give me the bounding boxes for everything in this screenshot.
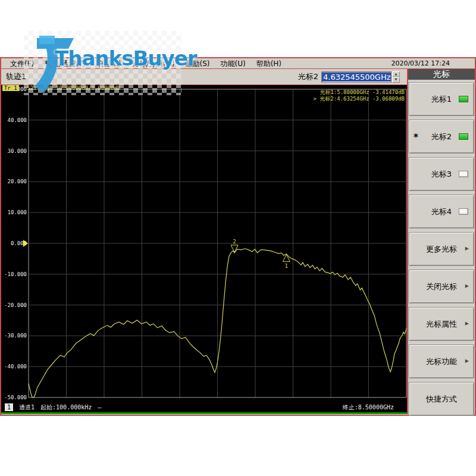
svg-text:30.000: 30.000 bbox=[7, 148, 27, 154]
submenu-arrow-icon: ▶ bbox=[465, 321, 469, 326]
active-marker-star: * bbox=[414, 132, 418, 143]
softkey-光标2[interactable]: *光标2 bbox=[409, 120, 474, 154]
trace-params: S21 LogM 10.00000dB/0.00000dB bbox=[27, 85, 120, 91]
screenshot-page: 文件(F)轨迹/通道(T)响应(R)光标/分析(M)激励(S)功能(U)帮助(H… bbox=[0, 0, 476, 476]
marker-softkey-panel: 光标 光标1*光标2光标3光标4更多光标▶关闭光标▶光标属性▶光标功能▶快捷方式 bbox=[407, 69, 475, 414]
svg-text:10.000: 10.000 bbox=[7, 209, 27, 215]
frequency-spinner: ▲ ▼ bbox=[392, 71, 400, 83]
svg-text:2: 2 bbox=[233, 239, 236, 245]
submenu-arrow-icon: ▶ bbox=[465, 246, 469, 251]
menu-item[interactable]: 响应(R) bbox=[91, 58, 127, 69]
softkey-快捷方式[interactable]: 快捷方式 bbox=[409, 382, 474, 416]
led-on-icon bbox=[459, 133, 468, 140]
softkey-label: 光标1 bbox=[431, 94, 452, 105]
softkey-光标1[interactable]: 光标1 bbox=[409, 82, 474, 116]
softkey-label: 快捷方式 bbox=[426, 394, 457, 405]
softkey-label: 更多光标 bbox=[426, 244, 457, 255]
svg-text:-40.000: -40.000 bbox=[4, 364, 27, 369]
svg-text:-50.000: -50.000 bbox=[4, 394, 27, 400]
softkey-panel-title: 光标 bbox=[408, 69, 475, 80]
softkey-光标功能[interactable]: 光标功能▶ bbox=[409, 345, 474, 378]
marker-readout-line: > 光标2:4.63254GHz -3.06809dB bbox=[314, 96, 405, 102]
softkey-光标3[interactable]: 光标3 bbox=[409, 157, 474, 191]
menu-item[interactable]: 光标/分析(M) bbox=[127, 58, 180, 69]
svg-text:20.000: 20.000 bbox=[7, 178, 27, 184]
plot-area: Tr 1 S21 LogM 10.00000dB/0.00000dB 50.00… bbox=[1, 85, 407, 414]
svg-text:-10.000: -10.000 bbox=[4, 271, 27, 277]
sweep-dash: — bbox=[98, 404, 101, 411]
spinner-up-icon[interactable]: ▲ bbox=[392, 71, 400, 77]
marker-frequency-input[interactable]: 4.632545500GHz bbox=[321, 71, 392, 83]
svg-text:40.000: 40.000 bbox=[7, 117, 27, 123]
softkey-label: 光标功能 bbox=[426, 356, 457, 367]
menu-bar: 文件(F)轨迹/通道(T)响应(R)光标/分析(M)激励(S)功能(U)帮助(H… bbox=[1, 58, 475, 69]
trace-selector[interactable]: 轨迹1 bbox=[6, 71, 26, 82]
trace-header: Tr 1 S21 LogM 10.00000dB/0.00000dB bbox=[2, 85, 120, 91]
svg-text:1: 1 bbox=[285, 263, 288, 269]
menu-item[interactable]: 激励(S) bbox=[180, 58, 215, 69]
trace-badge[interactable]: Tr 1 bbox=[2, 85, 19, 91]
submenu-arrow-icon: ▶ bbox=[465, 358, 469, 364]
led-off-icon bbox=[459, 171, 468, 177]
menu-item[interactable]: 轨迹/通道(T) bbox=[39, 58, 91, 69]
marker-readout-line: 光标1:5.80000GHz -3.41470dB bbox=[314, 89, 405, 96]
softkey-更多光标[interactable]: 更多光标▶ bbox=[409, 232, 474, 266]
softkey-光标属性[interactable]: 光标属性▶ bbox=[409, 307, 474, 341]
menu-item[interactable]: 功能(U) bbox=[215, 58, 250, 69]
led-off-icon bbox=[459, 208, 468, 215]
softkey-label: 光标4 bbox=[431, 206, 452, 217]
datetime-label: 2020/03/12 17:24 bbox=[391, 58, 450, 69]
sweep-progress-line bbox=[1, 412, 407, 414]
softkey-label: 光标属性 bbox=[426, 319, 457, 330]
submenu-arrow-icon: ▶ bbox=[465, 283, 469, 289]
s21-trace-chart: 50.00040.00030.00020.00010.0000.000-10.0… bbox=[1, 85, 407, 414]
softkey-label: 光标3 bbox=[431, 169, 452, 180]
spinner-down-icon[interactable]: ▼ bbox=[392, 77, 400, 83]
softkey-光标4[interactable]: 光标4 bbox=[409, 195, 474, 228]
marker-entry-label: 光标2 bbox=[298, 71, 318, 82]
svg-text:-30.000: -30.000 bbox=[4, 333, 27, 339]
channel-label: 通道1 bbox=[19, 403, 35, 412]
vna-window: 文件(F)轨迹/通道(T)响应(R)光标/分析(M)激励(S)功能(U)帮助(H… bbox=[0, 57, 476, 416]
menu-item[interactable]: 文件(F) bbox=[5, 58, 39, 69]
svg-text:-20.000: -20.000 bbox=[4, 302, 27, 308]
channel-status-bar: 1 通道1 起始:100.000kHz — 终止:8.50000GHz bbox=[1, 402, 407, 412]
marker-frequency-value: 4.632545500GHz bbox=[322, 73, 392, 82]
channel-number-badge: 1 bbox=[5, 403, 13, 411]
stop-frequency-label: 终止:8.50000GHz bbox=[343, 403, 394, 412]
start-frequency-label: 起始:100.000kHz bbox=[40, 403, 92, 412]
menu-item[interactable]: 帮助(H) bbox=[251, 58, 287, 69]
softkey-label: 关闭光标 bbox=[426, 281, 457, 292]
softkey-关闭光标[interactable]: 关闭光标▶ bbox=[409, 270, 474, 303]
led-on-icon bbox=[459, 96, 468, 102]
marker-readout: 光标1:5.80000GHz -3.41470dB> 光标2:4.63254GH… bbox=[314, 89, 405, 102]
toolbar: 轨迹1 光标2 4.632545500GHz ▲ ▼ bbox=[1, 69, 407, 85]
marker-entry: 光标2 4.632545500GHz ▲ ▼ bbox=[298, 71, 400, 83]
softkey-label: 光标2 bbox=[431, 131, 452, 142]
